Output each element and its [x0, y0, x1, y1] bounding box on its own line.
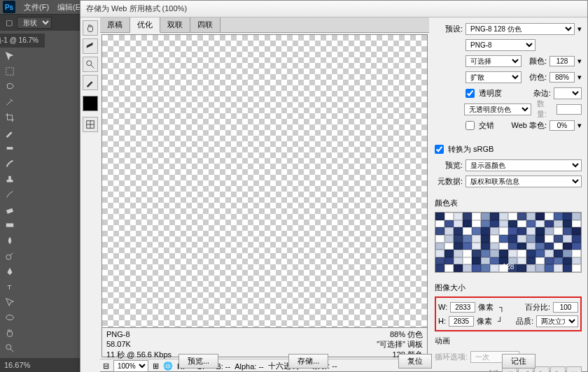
color-cell[interactable]: [463, 257, 472, 265]
color-cell[interactable]: [554, 264, 563, 272]
menu-file[interactable]: 文件(F): [24, 2, 49, 13]
eyedropper-tool[interactable]: [2, 126, 18, 140]
color-cell[interactable]: [536, 243, 545, 250]
color-cell[interactable]: [536, 213, 545, 220]
color-cell[interactable]: [472, 243, 481, 250]
color-cell[interactable]: [563, 220, 572, 228]
color-cell[interactable]: [554, 257, 563, 265]
preview-button[interactable]: 预览...: [178, 354, 218, 369]
color-cell[interactable]: [563, 213, 572, 220]
srgb-checkbox[interactable]: [435, 145, 444, 154]
color-cell[interactable]: [454, 243, 463, 250]
color-cell[interactable]: [490, 235, 499, 243]
color-cell[interactable]: [472, 250, 481, 257]
color-cell[interactable]: [517, 257, 526, 265]
cancel-button[interactable]: 复位: [398, 354, 432, 369]
color-cell[interactable]: [545, 250, 554, 257]
color-cell[interactable]: [444, 257, 454, 265]
colors-input[interactable]: [550, 56, 575, 66]
color-cell[interactable]: [463, 250, 472, 257]
color-cell[interactable]: [481, 257, 490, 265]
dither-stepper-icon[interactable]: ▾: [578, 73, 582, 82]
color-table[interactable]: 128: [435, 212, 582, 273]
color-cell[interactable]: [536, 257, 545, 265]
color-cell[interactable]: [454, 264, 463, 272]
color-cell[interactable]: [572, 257, 581, 265]
color-cell[interactable]: [554, 213, 563, 220]
color-cell[interactable]: [526, 243, 536, 250]
color-cell[interactable]: [536, 220, 545, 228]
color-cell[interactable]: [526, 264, 536, 272]
color-cell[interactable]: [454, 220, 463, 228]
color-cell[interactable]: [490, 250, 499, 257]
dodge-tool[interactable]: [2, 249, 18, 263]
wand-tool[interactable]: [2, 95, 18, 109]
color-cell[interactable]: [517, 220, 526, 228]
percent-input[interactable]: [553, 302, 578, 313]
color-cell[interactable]: [517, 213, 526, 220]
color-cell[interactable]: [435, 243, 444, 250]
color-cell[interactable]: [472, 227, 481, 235]
color-cell[interactable]: [444, 227, 454, 235]
color-cell[interactable]: [444, 220, 454, 228]
color-cell[interactable]: [463, 220, 472, 228]
color-cell[interactable]: [517, 250, 526, 257]
hand-tool[interactable]: [2, 326, 18, 340]
preview-canvas[interactable]: [102, 34, 428, 328]
color-cell[interactable]: [435, 220, 444, 228]
color-cell[interactable]: [481, 264, 490, 272]
shape-tool[interactable]: [2, 310, 18, 324]
color-cell[interactable]: [572, 243, 581, 250]
color-cell[interactable]: [526, 220, 536, 228]
color-cell[interactable]: [490, 243, 499, 250]
color-cell[interactable]: [499, 235, 508, 243]
websnap-input[interactable]: [550, 120, 575, 131]
color-cell[interactable]: [526, 213, 536, 220]
brush-tool[interactable]: [2, 157, 18, 171]
color-cell[interactable]: [545, 235, 554, 243]
eraser-tool[interactable]: [2, 203, 18, 217]
zoom-tool-icon[interactable]: [83, 57, 98, 72]
move-tool[interactable]: [2, 49, 18, 63]
trans-dither-select[interactable]: 无透明度仿色: [464, 103, 531, 115]
color-cell[interactable]: [490, 220, 499, 228]
color-cell[interactable]: [536, 264, 545, 272]
zoom-tool[interactable]: [2, 341, 18, 355]
color-cell[interactable]: [472, 264, 481, 272]
color-cell[interactable]: [563, 243, 572, 250]
tab-4up[interactable]: 四联: [190, 17, 220, 32]
color-cell[interactable]: [526, 250, 536, 257]
width-input[interactable]: [450, 302, 475, 313]
color-cell[interactable]: [508, 250, 517, 257]
preset-select[interactable]: PNG-8 128 仿色: [465, 23, 575, 35]
document-tab[interactable]: 未标题-1 @ 16.7%: [0, 34, 45, 48]
color-cell[interactable]: [490, 264, 499, 272]
color-cell[interactable]: [526, 235, 536, 243]
tab-original[interactable]: 原稿: [100, 17, 130, 32]
color-cell[interactable]: [435, 250, 444, 257]
color-cell[interactable]: [536, 235, 545, 243]
color-preview-icon[interactable]: 🌐: [163, 362, 173, 371]
color-cell[interactable]: [444, 213, 454, 220]
preview-select[interactable]: 显示器颜色: [465, 159, 582, 171]
color-cell[interactable]: [554, 220, 563, 228]
color-cell[interactable]: [554, 227, 563, 235]
color-cell[interactable]: [481, 220, 490, 228]
color-cell[interactable]: [454, 227, 463, 235]
color-cell[interactable]: [572, 264, 581, 272]
pen-tool[interactable]: [2, 264, 18, 278]
color-cell[interactable]: [499, 250, 508, 257]
hand-tool-icon[interactable]: [83, 20, 98, 36]
color-cell[interactable]: [472, 235, 481, 243]
color-cell[interactable]: [572, 220, 581, 228]
color-cell[interactable]: [463, 213, 472, 220]
color-cell[interactable]: [435, 264, 444, 272]
preset-menu-icon[interactable]: ▾: [578, 24, 582, 34]
color-cell[interactable]: [517, 235, 526, 243]
color-cell[interactable]: [490, 257, 499, 265]
color-cell[interactable]: [463, 227, 472, 235]
dither-select[interactable]: 扩散: [465, 71, 522, 83]
color-cell[interactable]: [444, 264, 454, 272]
zoom-out-icon[interactable]: ⊟: [103, 362, 109, 371]
color-cell[interactable]: [463, 264, 472, 272]
